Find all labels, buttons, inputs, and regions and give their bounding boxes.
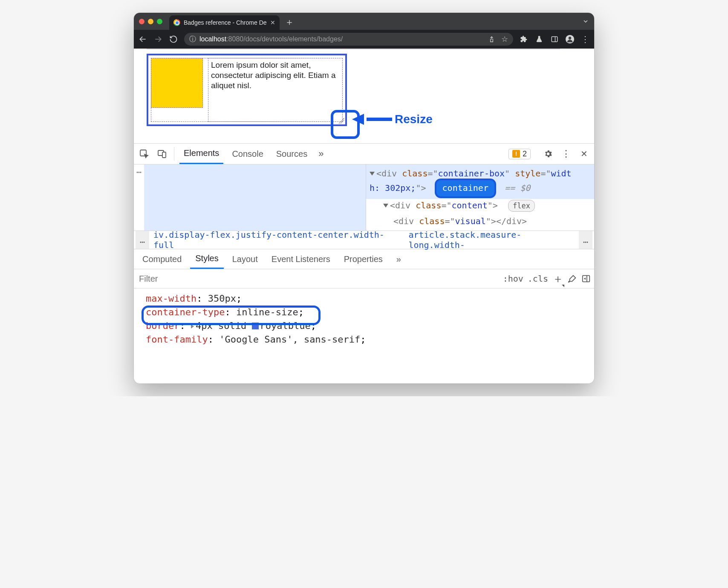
hov-toggle[interactable]: :hov	[503, 274, 523, 284]
token: ="	[540, 168, 551, 179]
dom-node-content[interactable]: <div class="content"> flex	[366, 199, 594, 215]
side-panel-icon[interactable]	[550, 35, 559, 44]
toolbar-right: ⋮	[519, 35, 590, 44]
dom-breadcrumb[interactable]: … iv.display-flex.justify-content-center…	[134, 231, 594, 249]
crumb-item[interactable]: iv.display-flex.justify-content-center.w…	[149, 231, 404, 249]
labs-icon[interactable]	[534, 35, 544, 44]
more-tabs-icon[interactable]: »	[316, 144, 326, 164]
dom-selected-spacer	[144, 164, 366, 231]
more-subtabs-icon[interactable]: »	[391, 249, 406, 269]
cls-toggle[interactable]: .cls	[528, 274, 548, 284]
tab-title: Badges reference - Chrome De	[184, 19, 267, 26]
issues-badge[interactable]: ! 2	[508, 149, 531, 159]
dom-tree[interactable]: ⋯ <div class="container-box" style="widt…	[134, 164, 594, 231]
bookmark-icon[interactable]: ☆	[501, 35, 508, 44]
reload-button[interactable]	[169, 35, 178, 44]
crumb-item[interactable]: article.stack.measure-long.width-	[404, 231, 579, 249]
subtab-event-listeners[interactable]: Event Listeners	[266, 249, 335, 269]
css-prop-value: 'Google Sans', sans-serif	[219, 334, 360, 345]
annotation-highlight	[142, 306, 321, 325]
traffic-close-icon[interactable]	[139, 19, 144, 24]
svg-point-5	[569, 37, 571, 39]
site-info-icon[interactable]: ⓘ	[189, 35, 196, 44]
token: ="	[445, 216, 455, 226]
styles-subtabs: Computed Styles Layout Event Listeners P…	[134, 249, 594, 269]
token: h: 302px;	[370, 183, 416, 193]
settings-icon[interactable]	[541, 149, 555, 159]
extensions-icon[interactable]	[519, 35, 529, 44]
container-box[interactable]: Lorem ipsum dolor sit amet, consectetur …	[147, 54, 347, 126]
expand-triangle-icon[interactable]	[383, 204, 388, 208]
window-titlebar: Badges reference - Chrome De ✕ ＋	[134, 13, 594, 30]
warning-icon: !	[512, 150, 520, 158]
styles-properties[interactable]: max-width: 350px; container-type: inline…	[134, 288, 594, 346]
browser-tab[interactable]: Badges reference - Chrome De ✕	[169, 15, 280, 30]
arrow-left-icon	[352, 114, 364, 125]
traffic-zoom-icon[interactable]	[157, 19, 162, 24]
token: container-box	[438, 168, 505, 179]
token: "	[505, 168, 515, 179]
new-style-rule-icon[interactable]: ＋	[552, 271, 563, 286]
arrow-tail	[367, 118, 392, 121]
token: <div	[376, 168, 402, 179]
tab-console[interactable]: Console	[228, 144, 267, 164]
svg-rect-9	[583, 276, 590, 282]
breadcrumb-ellipsis[interactable]: …	[579, 231, 592, 249]
css-declaration[interactable]: max-width: 350px;	[146, 292, 591, 306]
container-badge[interactable]: container	[436, 180, 494, 196]
styles-filter-input[interactable]	[137, 274, 499, 284]
paint-brush-icon[interactable]	[568, 274, 577, 283]
token: <div	[393, 216, 419, 226]
token: ">	[416, 183, 426, 193]
token: ">	[488, 200, 498, 210]
resize-annotation: Resize	[352, 112, 433, 126]
new-tab-button[interactable]: ＋	[285, 16, 294, 29]
tab-sources[interactable]: Sources	[272, 144, 312, 164]
styles-filter-row: :hov .cls ＋	[134, 269, 594, 288]
forward-button[interactable]	[153, 35, 163, 44]
breadcrumb-ellipsis[interactable]: …	[136, 231, 149, 249]
devtools-menu-icon[interactable]: ⋮	[559, 148, 573, 159]
close-devtools-icon[interactable]: ✕	[577, 149, 591, 159]
selected-node-indicator: == $0	[505, 183, 530, 193]
close-tab-icon[interactable]: ✕	[270, 19, 275, 26]
token: content	[452, 200, 488, 210]
inspect-element-icon[interactable]	[137, 144, 151, 164]
subtab-computed[interactable]: Computed	[137, 249, 187, 269]
page-viewport: Lorem ipsum dolor sit amet, consectetur …	[134, 49, 594, 143]
resize-label: Resize	[395, 112, 433, 126]
token: ="	[441, 200, 451, 210]
token: </div>	[496, 216, 527, 226]
kebab-menu-icon[interactable]: ⋮	[581, 35, 590, 44]
traffic-minimize-icon[interactable]	[148, 19, 153, 24]
subtab-properties[interactable]: Properties	[339, 249, 388, 269]
flex-badge[interactable]: flex	[508, 200, 535, 212]
dom-node-visual[interactable]: <div class="visual"></div>	[366, 215, 594, 231]
tab-elements[interactable]: Elements	[179, 144, 223, 164]
issues-count: 2	[523, 150, 527, 159]
subtab-styles[interactable]: Styles	[190, 249, 223, 269]
back-button[interactable]	[138, 35, 147, 44]
address-bar[interactable]: ⓘ localhost:8080/docs/devtools/elements/…	[184, 33, 513, 46]
token: class	[416, 200, 441, 210]
token: widt	[551, 168, 571, 179]
device-toolbar-icon[interactable]	[155, 144, 169, 164]
tab-overflow-icon[interactable]	[582, 18, 589, 25]
dom-node-container-box[interactable]: <div class="container-box" style="widt h…	[366, 164, 594, 199]
token: <div	[390, 200, 416, 210]
url-port: :8080	[226, 35, 243, 43]
subtab-layout[interactable]: Layout	[227, 249, 263, 269]
dom-ellipsis-icon[interactable]: ⋯	[134, 164, 144, 231]
overlay-outline	[151, 58, 343, 122]
toggle-sidebar-icon[interactable]	[581, 274, 591, 283]
svg-rect-2	[552, 37, 558, 42]
token: ="	[428, 168, 438, 179]
token: style	[515, 168, 540, 179]
profile-icon[interactable]	[565, 35, 575, 44]
token: ">	[486, 216, 496, 226]
css-declaration[interactable]: font-family: 'Google Sans', sans-serif;	[146, 333, 591, 346]
css-prop-name: max-width	[146, 293, 196, 304]
token: class	[402, 168, 428, 179]
expand-triangle-icon[interactable]	[370, 172, 375, 176]
share-icon[interactable]	[488, 36, 495, 43]
